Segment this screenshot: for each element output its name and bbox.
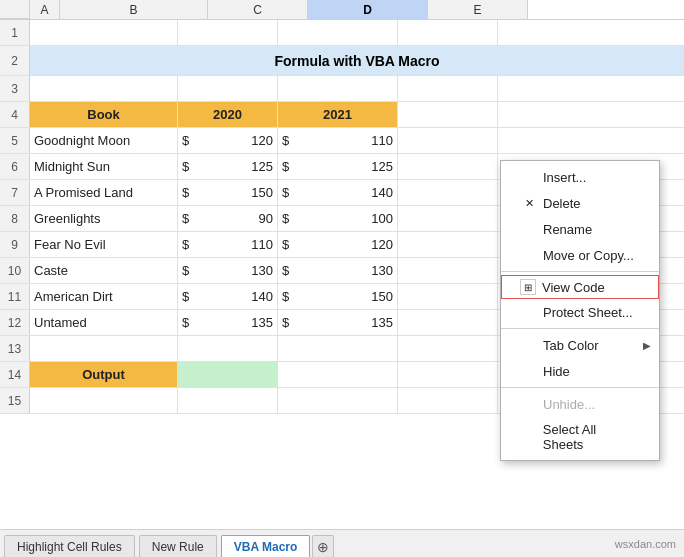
title-cell[interactable]: Formula with VBA Macro [30,46,684,75]
table-row: 5 Goodnight Moon $ 120 $ 110 [0,128,684,154]
cell-2021[interactable]: $ 150 [278,284,398,309]
cell-2021[interactable]: $ 135 [278,310,398,335]
cell-b15[interactable] [30,388,178,413]
row-4: 4 Book 2020 2021 [0,102,684,128]
cell-2020[interactable]: $ 140 [178,284,278,309]
cell-2021[interactable]: $ 110 [278,128,398,153]
context-menu-item-label: Move or Copy... [543,248,634,263]
cell-2020[interactable]: $ 125 [178,154,278,179]
cell-extra[interactable] [398,154,498,179]
col-header-e[interactable]: E [428,0,528,19]
context-menu-item-tab-color[interactable]: Tab Color [501,332,659,358]
cell-b13[interactable] [30,336,178,361]
col-header-a[interactable]: A [30,0,60,19]
cell-2020[interactable]: $ 130 [178,258,278,283]
cell-extra[interactable] [398,180,498,205]
cell-2021[interactable]: $ 140 [278,180,398,205]
cell-d3[interactable] [278,76,398,101]
val-2021: 150 [296,289,393,304]
dollar-sign-2021: $ [282,263,296,278]
cell-book[interactable]: Caste [30,258,178,283]
val-2021: 110 [296,133,393,148]
cell-2020[interactable]: $ 110 [178,232,278,257]
row-2: 2 Formula with VBA Macro [0,46,684,76]
cell-b4-header[interactable]: Book [30,102,178,127]
placeholder-icon [521,429,537,445]
rownum: 5 [0,128,30,153]
dollar-sign-2020: $ [182,211,196,226]
context-menu-item-view-code[interactable]: ⊞View Code [501,275,659,299]
delete-icon: ✕ [521,195,537,211]
corner-cell [0,0,30,19]
val-2020: 90 [196,211,273,226]
cell-e4[interactable] [398,102,498,127]
context-menu-separator [501,271,659,272]
dollar-sign-2021: $ [282,315,296,330]
cell-book[interactable]: Untamed [30,310,178,335]
dollar-sign-2021: $ [282,159,296,174]
add-sheet-button[interactable]: ⊕ [312,535,334,557]
context-menu-item-protect-sheet---[interactable]: Protect Sheet... [501,299,659,325]
val-2020: 125 [196,159,273,174]
context-menu-item-hide[interactable]: Hide [501,358,659,384]
col-header-d[interactable]: D [308,0,428,19]
cell-d13[interactable] [278,336,398,361]
col-header-b[interactable]: B [60,0,208,19]
context-menu-item-insert---[interactable]: Insert... [501,164,659,190]
cell-d14[interactable] [278,362,398,387]
sheet-tab[interactable]: VBA Macro [221,535,311,557]
cell-book[interactable]: Greenlights [30,206,178,231]
context-menu-item-rename[interactable]: Rename [501,216,659,242]
context-menu-item-delete[interactable]: ✕Delete [501,190,659,216]
sheet-tab[interactable]: New Rule [139,535,217,557]
cell-b1[interactable] [30,20,178,45]
cell-d4-header[interactable]: 2021 [278,102,398,127]
cell-book[interactable]: Fear No Evil [30,232,178,257]
rownum-1: 1 [0,20,30,45]
dollar-sign-2020: $ [182,289,196,304]
cell-d1[interactable] [278,20,398,45]
cell-e3[interactable] [398,76,498,101]
cell-book[interactable]: A Promised Land [30,180,178,205]
cell-e14[interactable] [398,362,498,387]
rownum-14: 14 [0,362,30,387]
cell-extra[interactable] [398,206,498,231]
cell-2020[interactable]: $ 120 [178,128,278,153]
cell-b3[interactable] [30,76,178,101]
cell-c13[interactable] [178,336,278,361]
cell-extra[interactable] [398,284,498,309]
rownum: 10 [0,258,30,283]
cell-extra[interactable] [398,310,498,335]
cell-e1[interactable] [398,20,498,45]
cell-c4-header[interactable]: 2020 [178,102,278,127]
cell-2021[interactable]: $ 100 [278,206,398,231]
cell-e15[interactable] [398,388,498,413]
cell-2020[interactable]: $ 135 [178,310,278,335]
cell-2020[interactable]: $ 90 [178,206,278,231]
cell-c1[interactable] [178,20,278,45]
row-3: 3 [0,76,684,102]
cell-book[interactable]: Goodnight Moon [30,128,178,153]
cell-c14-output[interactable] [178,362,278,387]
cell-2021[interactable]: $ 125 [278,154,398,179]
cell-book[interactable]: American Dirt [30,284,178,309]
cell-extra[interactable] [398,232,498,257]
context-menu-item-select-all-sheets[interactable]: Select All Sheets [501,417,659,457]
cell-2020[interactable]: $ 150 [178,180,278,205]
row-1: 1 [0,20,684,46]
col-header-c[interactable]: C [208,0,308,19]
rownum: 11 [0,284,30,309]
cell-extra[interactable] [398,258,498,283]
sheet-tab[interactable]: Highlight Cell Rules [4,535,135,557]
cell-c15[interactable] [178,388,278,413]
cell-book[interactable]: Midnight Sun [30,154,178,179]
cell-e13[interactable] [398,336,498,361]
val-2021: 120 [296,237,393,252]
cell-b14-output[interactable]: Output [30,362,178,387]
context-menu-item-move-or-copy---[interactable]: Move or Copy... [501,242,659,268]
cell-c3[interactable] [178,76,278,101]
cell-extra[interactable] [398,128,498,153]
cell-d15[interactable] [278,388,398,413]
cell-2021[interactable]: $ 130 [278,258,398,283]
cell-2021[interactable]: $ 120 [278,232,398,257]
